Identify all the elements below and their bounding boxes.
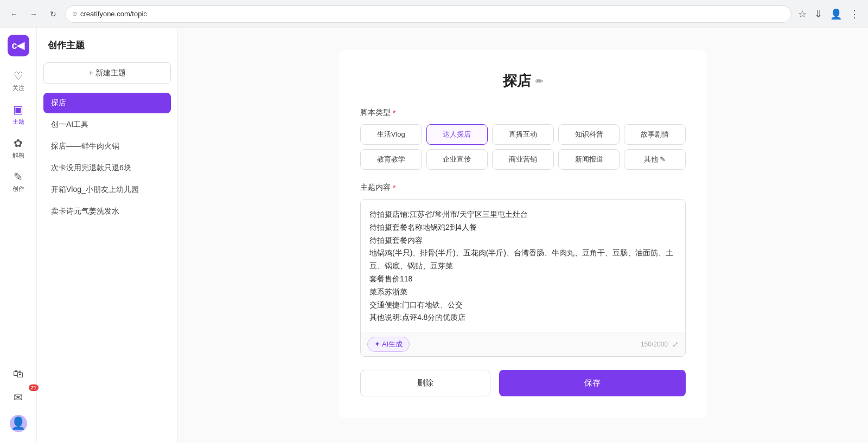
- sidebar-item-create[interactable]: ✎ 创作: [0, 166, 36, 197]
- nav-label-like: 关注: [12, 84, 24, 92]
- left-nav: c◀ ♡ 关注 ▣ 主题 ✿ 解构 ✎ 创作 🛍 ✉ 21 👤: [0, 28, 37, 443]
- type-other[interactable]: 其他 ✎: [624, 149, 686, 170]
- mail-icon: ✉: [14, 391, 23, 404]
- sidebar: 创作主题 + 新建主题 探店 创一AI工具 探店——鲜牛肉火锅 次卡没用完退款只…: [37, 28, 178, 443]
- download-icon[interactable]: ⇓: [812, 6, 825, 22]
- new-topic-button[interactable]: + 新建主题: [43, 62, 171, 84]
- forward-button[interactable]: →: [26, 7, 41, 22]
- topic-icon: ▣: [13, 103, 23, 116]
- address-bar[interactable]: ⊙ creatifyone.com/topic: [65, 5, 792, 23]
- user-icon: 👤: [10, 415, 27, 432]
- logo-text: c◀: [11, 40, 24, 52]
- sidebar-title: 创作主题: [43, 39, 171, 56]
- menu-icon[interactable]: ⋮: [847, 6, 861, 22]
- topic-item-youeryuan[interactable]: 开箱Vlog_小朋友上幼儿园: [43, 179, 171, 200]
- type-commerce[interactable]: 商业营销: [492, 149, 554, 170]
- page-title: 探店: [503, 72, 531, 91]
- type-knowledge[interactable]: 知识科普: [558, 124, 620, 145]
- topic-item-fashuishui[interactable]: 卖卡诗元气姜洗发水: [43, 201, 171, 222]
- main-content: 探店 ✏ 脚本类型 * 生活Vlog 达人探店 直播互动 知识科普 故事剧情 教…: [178, 28, 868, 443]
- heart-icon: ♡: [14, 69, 23, 82]
- type-education[interactable]: 教育教学: [360, 149, 422, 170]
- profile-icon[interactable]: 👤: [828, 6, 844, 22]
- topic-item-ai[interactable]: 创一AI工具: [43, 114, 171, 135]
- sidebar-item-deconstruct[interactable]: ✿ 解构: [0, 132, 36, 164]
- script-type-text: 脚本类型: [360, 108, 391, 118]
- browser-actions: ☆ ⇓ 👤 ⋮: [796, 6, 861, 22]
- content-card: 探店 ✏ 脚本类型 * 生活Vlog 达人探店 直播互动 知识科普 故事剧情 教…: [339, 50, 707, 418]
- nav-label-topic: 主题: [12, 118, 24, 126]
- textarea-footer: ✦ AI生成 150/2000 ⤢: [361, 332, 685, 356]
- content-textarea-wrapper: ✦ AI生成 150/2000 ⤢: [360, 199, 686, 357]
- sidebar-item-topic[interactable]: ▣ 主题: [0, 99, 36, 130]
- refresh-button[interactable]: ↻: [46, 7, 61, 22]
- title-edit-icon[interactable]: ✏: [535, 75, 544, 87]
- topic-list: 探店 创一AI工具 探店——鲜牛肉火锅 次卡没用完退款只退6块 开箱Vlog_小…: [43, 93, 171, 222]
- ai-gen-button[interactable]: ✦ AI生成: [367, 337, 410, 352]
- expand-icon[interactable]: ⤢: [672, 340, 679, 349]
- char-count: 150/2000: [641, 341, 668, 348]
- delete-button[interactable]: 删除: [360, 370, 490, 396]
- bookmark-icon[interactable]: ☆: [796, 6, 809, 22]
- type-story[interactable]: 故事剧情: [624, 124, 686, 145]
- deconstruct-icon: ✿: [14, 137, 23, 150]
- type-news[interactable]: 新闻报道: [558, 149, 620, 170]
- app-container: c◀ ♡ 关注 ▣ 主题 ✿ 解构 ✎ 创作 🛍 ✉ 21 👤: [0, 28, 868, 443]
- type-grid: 生活Vlog 达人探店 直播互动 知识科普 故事剧情 教育教学 企业宣传 商业营…: [360, 124, 686, 170]
- content-textarea[interactable]: [361, 200, 685, 330]
- topic-item-tanchan[interactable]: 探店: [43, 93, 171, 113]
- sidebar-item-mail[interactable]: ✉ 21: [0, 387, 36, 408]
- nav-label-create: 创作: [12, 185, 24, 193]
- browser-chrome: ← → ↻ ⊙ creatifyone.com/topic ☆ ⇓ 👤 ⋮: [0, 0, 868, 28]
- topic-item-huoguo[interactable]: 探店——鲜牛肉火锅: [43, 136, 171, 157]
- address-icon: ⊙: [72, 10, 77, 17]
- bag-icon: 🛍: [13, 368, 24, 380]
- type-life-vlog[interactable]: 生活Vlog: [360, 124, 422, 145]
- action-row: 删除 保存: [360, 370, 686, 396]
- type-live-interact[interactable]: 直播互动: [492, 124, 554, 145]
- mail-badge: 21: [29, 384, 39, 391]
- topic-item-tuikuan[interactable]: 次卡没用完退款只退6块: [43, 158, 171, 178]
- content-label-row: 主题内容 *: [360, 183, 686, 192]
- back-button[interactable]: ←: [7, 7, 22, 22]
- nav-label-deconstruct: 解构: [12, 151, 24, 159]
- type-corp-promo[interactable]: 企业宣传: [426, 149, 488, 170]
- type-daren-tanchan[interactable]: 达人探店: [426, 124, 488, 145]
- sidebar-item-bag[interactable]: 🛍: [0, 363, 36, 384]
- content-required-mark: *: [393, 183, 395, 192]
- save-button[interactable]: 保存: [499, 370, 686, 396]
- create-icon: ✎: [14, 170, 23, 183]
- page-title-row: 探店 ✏: [360, 72, 686, 91]
- content-label-text: 主题内容: [360, 183, 391, 192]
- sidebar-item-like[interactable]: ♡ 关注: [0, 65, 36, 97]
- logo[interactable]: c◀: [8, 35, 29, 56]
- required-mark: *: [393, 108, 395, 117]
- script-type-label: 脚本类型 *: [360, 108, 686, 118]
- sidebar-item-user[interactable]: 👤: [0, 410, 36, 436]
- address-url: creatifyone.com/topic: [80, 10, 147, 18]
